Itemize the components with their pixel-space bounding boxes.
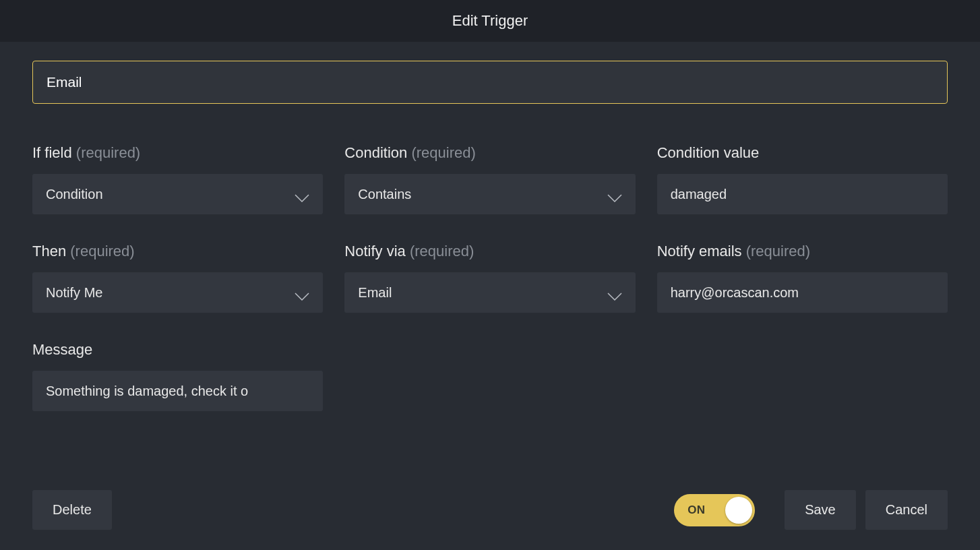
modal-footer: Delete ON Save Cancel <box>32 490 948 530</box>
notify-emails-input[interactable]: harry@orcascan.com <box>657 272 948 313</box>
if-field-select[interactable]: Condition <box>32 174 323 214</box>
input-value: Something is damaged, check it o <box>46 384 248 399</box>
select-value: Contains <box>358 187 411 202</box>
input-value: damaged <box>671 187 727 202</box>
notify-via-select[interactable]: Email <box>344 272 635 313</box>
cancel-button[interactable]: Cancel <box>865 490 948 530</box>
label-text: Message <box>32 341 92 358</box>
required-text: (required) <box>746 243 810 259</box>
field-message: Message Something is damaged, check it o <box>32 341 323 411</box>
field-label: Then (required) <box>32 243 323 260</box>
field-condition-value: Condition value damaged <box>657 144 948 214</box>
label-text: Condition value <box>657 144 760 161</box>
modal-body: If field (required) Condition Condition … <box>0 42 980 550</box>
modal-title: Edit Trigger <box>0 12 980 30</box>
field-then: Then (required) Notify Me <box>32 243 323 313</box>
field-label: Condition (required) <box>344 144 635 162</box>
field-label: Notify emails (required) <box>657 243 948 260</box>
label-text: Condition <box>344 144 407 161</box>
required-text: (required) <box>76 144 140 161</box>
enabled-toggle[interactable]: ON <box>674 494 755 526</box>
field-condition: Condition (required) Contains <box>344 144 635 214</box>
chevron-down-icon <box>295 190 309 198</box>
field-label: Notify via (required) <box>344 243 635 260</box>
delete-button[interactable]: Delete <box>32 490 112 530</box>
chevron-down-icon <box>607 288 622 297</box>
condition-value-input[interactable]: damaged <box>657 174 948 214</box>
then-select[interactable]: Notify Me <box>32 272 323 313</box>
toggle-label: ON <box>687 503 706 517</box>
edit-trigger-modal: Edit Trigger If field (required) Conditi… <box>0 0 980 550</box>
chevron-down-icon <box>607 190 622 198</box>
form-grid: If field (required) Condition Condition … <box>32 144 948 313</box>
select-value: Notify Me <box>46 285 102 301</box>
label-text: If field <box>32 144 72 161</box>
field-label: Message <box>32 341 323 359</box>
condition-select[interactable]: Contains <box>344 174 635 214</box>
field-notify-emails: Notify emails (required) harry@orcascan.… <box>657 243 948 313</box>
message-input[interactable]: Something is damaged, check it o <box>32 371 323 411</box>
required-text: (required) <box>70 243 134 259</box>
chevron-down-icon <box>295 288 309 297</box>
select-value: Condition <box>46 187 103 202</box>
trigger-name-input[interactable] <box>32 61 948 104</box>
required-text: (required) <box>410 243 474 259</box>
field-label: If field (required) <box>32 144 323 162</box>
label-text: Then <box>32 243 66 259</box>
required-text: (required) <box>411 144 475 161</box>
modal-header: Edit Trigger <box>0 0 980 42</box>
field-if-field: If field (required) Condition <box>32 144 323 214</box>
label-text: Notify via <box>344 243 405 259</box>
input-value: harry@orcascan.com <box>671 285 799 301</box>
label-text: Notify emails <box>657 243 742 259</box>
save-button[interactable]: Save <box>785 490 856 530</box>
field-label: Condition value <box>657 144 948 162</box>
field-notify-via: Notify via (required) Email <box>344 243 635 313</box>
toggle-knob <box>725 497 752 524</box>
select-value: Email <box>358 285 392 301</box>
